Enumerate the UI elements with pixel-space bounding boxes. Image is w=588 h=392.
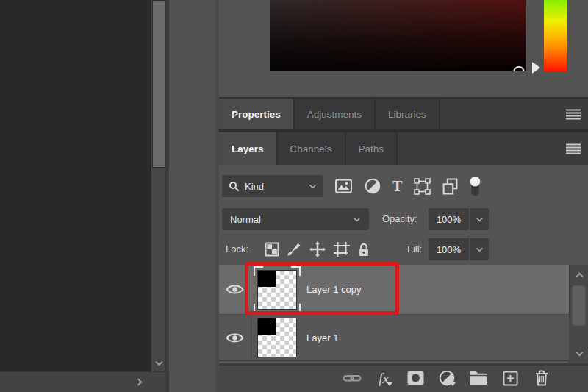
- fill-dropdown-button[interactable]: [470, 238, 489, 260]
- opacity-label: Opacity:: [382, 208, 417, 230]
- layers-scrollbar[interactable]: [569, 265, 588, 363]
- canvas-scroll-right-button[interactable]: [129, 372, 147, 392]
- panel-dock: Properties Adjustments Libraries Layers …: [219, 0, 588, 392]
- kind-dropdown-value: Kind: [245, 181, 264, 192]
- properties-panel-menu-button[interactable]: [565, 108, 581, 120]
- tab-libraries[interactable]: Libraries: [376, 99, 440, 129]
- triangle-down-icon: [387, 382, 392, 386]
- new-group-button[interactable]: [469, 368, 488, 388]
- layers-tab-group: Layers Channels Paths: [219, 129, 588, 165]
- shape-layer-filter-icon[interactable]: [414, 178, 431, 195]
- lock-pixels-icon[interactable]: [286, 241, 302, 257]
- add-mask-button[interactable]: [406, 368, 425, 388]
- document-canvas[interactable]: [0, 0, 151, 371]
- layer-style-button[interactable]: fx: [374, 368, 393, 388]
- tab-properties[interactable]: Properties: [219, 99, 295, 129]
- properties-tab-group: Properties Adjustments Libraries: [219, 97, 588, 129]
- panel-menu-icon: [566, 143, 581, 154]
- layer-filter-kind-dropdown[interactable]: Kind: [222, 175, 323, 197]
- new-layer-button[interactable]: [501, 368, 520, 388]
- type-layer-filter-icon[interactable]: T: [392, 179, 402, 193]
- chevron-down-icon: [476, 217, 484, 222]
- layers-scrollbar-thumb[interactable]: [572, 285, 586, 326]
- fill-label: Fill:: [407, 238, 422, 260]
- panel-dock-gutter: [165, 0, 219, 392]
- layers-toolbar: fx: [219, 366, 588, 392]
- thumbnail-selection-brackets: [254, 266, 301, 313]
- lock-artboard-icon[interactable]: [333, 241, 351, 257]
- layer-visibility-toggle[interactable]: [219, 265, 251, 314]
- color-picker-field[interactable]: [270, 0, 526, 71]
- chevron-right-icon: [135, 379, 142, 386]
- link-layers-icon: [343, 373, 362, 383]
- chevron-down-icon: [476, 247, 484, 252]
- delete-layer-button[interactable]: [532, 368, 551, 388]
- canvas-scroll-down-button[interactable]: [151, 354, 166, 369]
- panel-menu-icon: [566, 109, 581, 120]
- link-layers-button[interactable]: [343, 368, 362, 388]
- triangle-down-icon: [450, 382, 456, 386]
- chevron-down-icon: [353, 217, 361, 222]
- canvas-vertical-scrollbar[interactable]: [151, 0, 165, 371]
- tab-layers[interactable]: Layers: [219, 132, 278, 165]
- opacity-value: 100%: [437, 214, 461, 225]
- layer-thumbnail[interactable]: [257, 270, 297, 310]
- opacity-dropdown-button[interactable]: [470, 208, 489, 230]
- fill-value-field[interactable]: 100%: [429, 238, 469, 260]
- tab-paths[interactable]: Paths: [346, 132, 398, 165]
- layer-visibility-toggle[interactable]: [219, 316, 251, 360]
- tab-channels[interactable]: Channels: [278, 132, 346, 165]
- hue-slider-arrow[interactable]: [532, 62, 540, 74]
- chevron-down-icon: [155, 358, 162, 366]
- lock-all-icon[interactable]: [357, 242, 370, 257]
- smart-object-filter-icon[interactable]: [442, 178, 458, 195]
- blend-mode-dropdown[interactable]: Normal: [222, 208, 369, 230]
- adjustment-layer-filter-icon[interactable]: [365, 178, 381, 194]
- blend-mode-value: Normal: [230, 214, 261, 225]
- layers-panel-menu-button[interactable]: [565, 143, 581, 154]
- lock-transparency-icon[interactable]: [265, 242, 279, 257]
- eye-icon: [226, 332, 244, 344]
- color-picker-cursor[interactable]: [513, 66, 525, 71]
- layer-row[interactable]: Layer 1: [219, 316, 569, 361]
- canvas-horizontal-scrollbar[interactable]: [0, 371, 165, 392]
- lock-label: Lock:: [226, 238, 248, 260]
- new-layer-icon: [503, 371, 518, 386]
- layers-scroll-down-button[interactable]: [570, 346, 588, 359]
- layers-scroll-up-button[interactable]: [570, 269, 588, 282]
- opacity-value-field[interactable]: 100%: [429, 208, 469, 230]
- delete-layer-icon: [534, 370, 549, 386]
- chevron-down-icon: [576, 349, 583, 356]
- lock-buttons: [265, 238, 370, 260]
- layer-filter-buttons: T: [334, 172, 481, 200]
- layer-thumbnail[interactable]: [257, 318, 297, 357]
- add-mask-icon: [406, 371, 425, 385]
- new-adjustment-layer-button[interactable]: [437, 368, 456, 388]
- lock-position-icon[interactable]: [309, 240, 326, 258]
- canvas-vscroll-thumb[interactable]: [152, 0, 165, 168]
- layer-row-selected[interactable]: Layer 1 copy: [219, 265, 569, 315]
- fill-value: 100%: [437, 244, 461, 255]
- hue-slider[interactable]: [544, 0, 567, 71]
- layer-name: Layer 1: [306, 332, 338, 343]
- search-icon: [229, 181, 240, 192]
- filter-toggle-icon[interactable]: [470, 176, 481, 196]
- eye-icon: [226, 283, 244, 296]
- new-group-icon: [469, 371, 488, 385]
- pixel-layer-filter-icon[interactable]: [334, 179, 353, 193]
- chevron-up-icon: [576, 272, 583, 279]
- photoshop-workspace: Properties Adjustments Libraries Layers …: [0, 0, 588, 392]
- layer-name: Layer 1 copy: [306, 284, 361, 295]
- chevron-down-icon: [309, 184, 317, 189]
- tab-adjustments[interactable]: Adjustments: [295, 99, 376, 129]
